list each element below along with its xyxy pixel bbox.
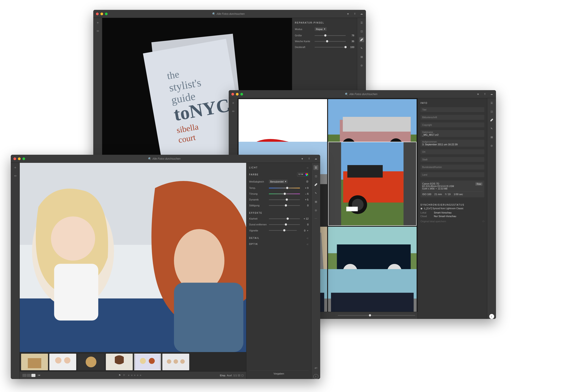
grid-thumb-selected[interactable] <box>328 142 417 226</box>
add-photos-button[interactable]: ＋ <box>95 20 100 25</box>
filmstrip-thumb[interactable] <box>162 354 189 370</box>
zoom-fill[interactable]: Ausf. <box>227 374 232 377</box>
brush-icon[interactable]: ✎ <box>489 126 494 131</box>
opacity-slider[interactable] <box>315 47 346 47</box>
zoom-original-icon[interactable]: ▢ <box>241 374 244 377</box>
wb-dropdown[interactable]: Benutzerdef.▾ <box>269 180 288 184</box>
city-field[interactable]: Stadt <box>420 157 484 162</box>
feather-slider[interactable] <box>315 41 346 42</box>
size-slider[interactable] <box>315 35 346 36</box>
share-icon[interactable]: ⇪ <box>353 12 356 16</box>
grid-view-button[interactable] <box>22 374 26 377</box>
bw-toggle[interactable]: S/W <box>297 172 308 177</box>
close-button[interactable] <box>231 93 234 96</box>
color-header[interactable]: FARBE <box>249 173 259 176</box>
photo-canvas[interactable] <box>20 163 246 352</box>
flag-reject-icon[interactable]: ⚐ <box>123 374 125 377</box>
chevron-icon[interactable] <box>307 243 308 245</box>
cloud-sync-icon[interactable]: ☁ <box>314 157 317 161</box>
filmstrip-thumb[interactable] <box>49 354 76 370</box>
filter-icon[interactable]: ▼ <box>300 157 304 161</box>
add-photos-button[interactable]: ＋ <box>231 101 236 105</box>
brush-icon[interactable]: ✎ <box>359 46 364 51</box>
minimize-button[interactable] <box>236 93 239 96</box>
info-icon[interactable]: i <box>313 374 318 379</box>
country-field[interactable]: Land <box>420 172 484 177</box>
heal-brush-icon[interactable]: 🩹 <box>489 118 494 123</box>
collapse-rail-button[interactable]: ▭ <box>95 28 100 33</box>
linear-gradient-icon[interactable]: ▤ <box>489 135 494 140</box>
collapse-rail-button[interactable]: ▭ <box>231 108 236 113</box>
thumbnail-size-slider[interactable] <box>338 315 415 316</box>
linear-gradient-icon[interactable]: ▤ <box>313 199 318 204</box>
zoom-1to1[interactable]: 1:1 <box>233 374 237 377</box>
sort-icon[interactable]: ≡▾ <box>38 374 40 377</box>
mode-dropdown[interactable]: Repar.▾ <box>315 27 327 31</box>
presets-button[interactable]: Vorgaben <box>249 370 308 377</box>
share-icon[interactable]: ⇪ <box>307 157 311 161</box>
close-button[interactable] <box>13 157 16 160</box>
star-rating[interactable]: ★ ★ ★ ★ ★ <box>128 374 142 377</box>
filmstrip-thumb[interactable] <box>78 354 104 370</box>
chevron-icon[interactable] <box>307 166 308 169</box>
light-header[interactable]: LICHT <box>249 166 258 169</box>
linear-gradient-icon[interactable]: ▤ <box>359 54 364 59</box>
filter-icon[interactable]: ▼ <box>346 12 350 16</box>
collapse-rail-button[interactable]: ▭ <box>13 173 18 178</box>
detail-view-button[interactable] <box>31 374 35 377</box>
add-photos-button[interactable]: ＋ <box>13 165 18 170</box>
minimize-button[interactable] <box>18 157 21 160</box>
color-wheel-icon[interactable] <box>305 173 308 176</box>
zoom-fit[interactable]: Einp. <box>220 374 226 377</box>
eyedropper-icon[interactable]: ⦿ <box>306 180 308 183</box>
search-bar[interactable]: 🔍 Alle Fotos durchsuchen <box>247 93 474 96</box>
close-button[interactable] <box>96 13 99 15</box>
search-bar[interactable]: 🔍 Alle Fotos durchsuchen <box>30 157 299 160</box>
maximize-button[interactable] <box>105 13 108 15</box>
radial-gradient-icon[interactable]: ◎ <box>313 208 318 213</box>
maximize-button[interactable] <box>240 93 243 96</box>
grid-thumb[interactable] <box>328 269 417 312</box>
filmstrip-thumb[interactable] <box>21 354 48 370</box>
title-field[interactable]: Titel <box>420 107 484 112</box>
saturation-slider[interactable] <box>269 205 300 206</box>
dehaze-slider[interactable] <box>269 224 300 225</box>
edit-sliders-icon[interactable]: ☰ <box>313 165 318 170</box>
chevron-icon[interactable] <box>307 237 308 239</box>
square-view-button[interactable] <box>27 374 31 377</box>
effects-header[interactable]: EFFEKTE <box>249 212 262 214</box>
clarity-slider[interactable] <box>269 218 300 219</box>
crop-icon[interactable]: ◫ <box>489 109 494 114</box>
view-mode-toggle[interactable] <box>22 374 35 377</box>
optics-header[interactable]: OPTIK <box>249 243 258 245</box>
vignette-detail-icon[interactable]: ▸ <box>307 229 308 232</box>
flag-pick-icon[interactable]: ⚑ <box>119 374 121 377</box>
temp-slider[interactable] <box>269 188 300 188</box>
location-field[interactable]: Ort <box>420 149 484 154</box>
heal-brush-icon[interactable]: 🩹 <box>359 37 364 42</box>
cloud-sync-icon[interactable]: ☁ <box>360 12 363 16</box>
share-icon[interactable]: ⇪ <box>483 92 487 96</box>
info-icon[interactable]: i <box>489 314 494 319</box>
filmstrip[interactable] <box>20 352 246 371</box>
maximize-button[interactable] <box>22 157 25 160</box>
copyright-field[interactable]: Copyright <box>420 123 484 127</box>
heal-brush-icon[interactable]: 🩹 <box>313 182 318 187</box>
edit-sliders-icon[interactable]: ☰ <box>359 20 364 25</box>
vignette-slider[interactable] <box>269 230 297 231</box>
cloud-sync-icon[interactable]: ☁ <box>490 92 493 96</box>
minimize-button[interactable] <box>101 13 103 15</box>
filter-icon[interactable]: ▼ <box>476 92 480 96</box>
caption-field[interactable]: Bildunterschrift <box>420 115 484 120</box>
zoom-controls[interactable]: Einp. Ausf. 1:1 ▯▯ ▢ <box>220 374 244 377</box>
radial-gradient-icon[interactable]: ◎ <box>359 63 364 68</box>
detail-header[interactable]: DETAIL <box>249 237 259 239</box>
more-icon[interactable]: ⋯ <box>313 216 318 221</box>
crop-icon[interactable]: ◫ <box>359 29 364 34</box>
store-local-toggle[interactable]: ⬭ <box>482 220 484 223</box>
brush-icon[interactable]: ✎ <box>313 191 318 196</box>
filmstrip-thumb-selected[interactable] <box>134 354 161 370</box>
crop-icon[interactable]: ◫ <box>313 174 318 179</box>
tag-icon[interactable]: 🏷 <box>313 366 318 371</box>
tint-slider[interactable] <box>269 194 300 194</box>
